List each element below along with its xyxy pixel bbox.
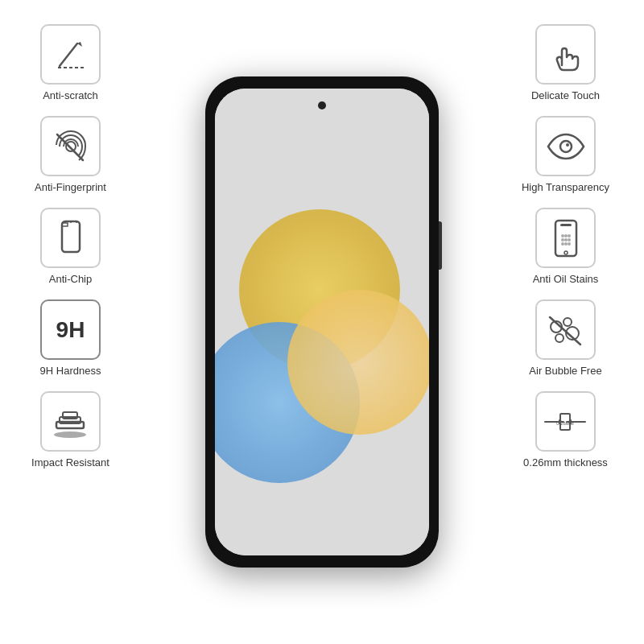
anti-oil-stains-icon-box [535,208,596,268]
svg-rect-19 [560,224,572,226]
feature-9h-hardness: 9H 9H Hardness [40,299,101,377]
thickness-icon-box: 0.26MM [535,391,596,452]
feature-air-bubble-free: Air Bubble Free [529,299,601,377]
9h-hardness-label: 9H Hardness [40,365,101,377]
feature-anti-oil-stains: Anti Oil Stains [533,208,599,285]
impact-resistant-label: Impact Resistant [31,456,109,469]
svg-text:0.26MM: 0.26MM [557,421,575,426]
svg-line-33 [550,317,580,345]
svg-point-22 [568,234,571,237]
svg-point-23 [561,238,564,242]
air-bubble-free-icon-box [535,299,596,360]
feature-high-transparency: High Transparency [522,116,609,193]
impact-resistant-icon-box [40,391,101,452]
thickness-label: 0.26mm thickness [523,456,608,469]
features-left-column: Anti-scratch Anti-Fingerprint [8,24,133,469]
phone-screen [215,89,429,555]
svg-point-18 [564,251,568,254]
air-bubble-free-label: Air Bubble Free [529,365,601,377]
svg-point-25 [568,238,571,242]
anti-oil-icon [549,218,583,258]
svg-point-30 [564,318,572,326]
touch-icon [546,35,584,75]
high-transparency-icon-box [535,116,596,176]
svg-point-27 [564,242,568,246]
scratch-icon [52,35,90,74]
screen-background [215,89,429,555]
delicate-touch-icon-box [535,24,596,85]
bubble-icon [543,311,587,349]
svg-point-32 [555,334,564,342]
circle-orange [287,290,429,435]
phone-body [205,76,439,568]
9h-text: 9H [56,317,85,343]
feature-delicate-touch: Delicate Touch [531,24,600,101]
svg-marker-1 [77,42,82,47]
features-right-column: Delicate Touch High Transparency [495,24,636,469]
eye-icon [544,131,588,162]
delicate-touch-label: Delicate Touch [531,89,600,101]
thickness-icon: 0.26MM [541,402,589,442]
anti-scratch-icon-box [40,24,101,85]
svg-point-28 [568,242,571,246]
phone-mockup [185,32,459,612]
side-button [439,221,442,270]
svg-point-26 [561,242,564,246]
feature-thickness: 0.26MM 0.26mm thickness [523,391,608,469]
svg-point-24 [564,238,568,242]
feature-anti-fingerprint: Anti-Fingerprint [35,116,106,193]
svg-line-0 [60,43,77,66]
high-transparency-label: High Transparency [522,181,609,193]
anti-chip-label: Anti-Chip [49,273,92,285]
svg-point-16 [566,143,569,147]
anti-chip-icon-box [40,208,101,268]
chip-icon [54,218,88,258]
svg-point-3 [66,142,76,151]
feature-anti-scratch: Anti-scratch [40,24,101,101]
main-container: Anti-scratch Anti-Fingerprint [0,0,644,644]
fingerprint-icon [51,126,91,167]
feature-impact-resistant: Impact Resistant [31,391,109,469]
svg-point-21 [564,234,568,237]
anti-fingerprint-icon-box [40,116,101,176]
9h-icon-box: 9H [40,299,101,360]
feature-anti-chip: Anti-Chip [40,208,101,285]
phone-camera [318,101,326,109]
impact-icon [48,404,92,440]
anti-fingerprint-label: Anti-Fingerprint [35,181,106,193]
svg-point-15 [560,141,572,152]
svg-point-20 [561,234,564,237]
anti-oil-stains-label: Anti Oil Stains [533,273,599,285]
anti-scratch-label: Anti-scratch [43,89,98,101]
svg-point-9 [54,431,86,438]
